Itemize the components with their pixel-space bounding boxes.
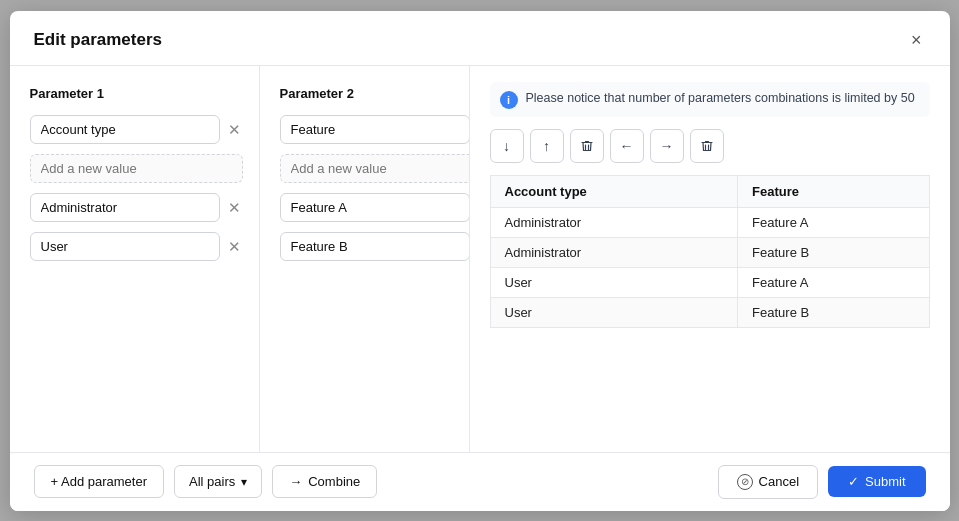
param2-name-row: ✕: [280, 115, 470, 144]
footer-left: + Add parameter All pairs → Combine: [34, 465, 378, 498]
param1-name-row: ✕: [30, 115, 243, 144]
table-row: UserFeature A: [490, 267, 929, 297]
info-icon: i: [500, 91, 518, 109]
combine-arrow-icon: →: [289, 474, 302, 489]
preview-panel: i Please notice that number of parameter…: [470, 66, 950, 452]
table-cell-col2: Feature B: [738, 237, 929, 267]
move-right-button[interactable]: →: [650, 129, 684, 163]
cancel-label: Cancel: [759, 474, 799, 489]
param1-value2-remove-button[interactable]: ✕: [226, 237, 243, 256]
all-pairs-label: All pairs: [189, 474, 235, 489]
table-cell-col2: Feature A: [738, 267, 929, 297]
cancel-button[interactable]: ⊘ Cancel: [718, 465, 818, 499]
modal-footer: + Add parameter All pairs → Combine ⊘ Ca…: [10, 452, 950, 511]
param1-remove-button[interactable]: ✕: [226, 120, 243, 139]
params-panel: Parameter 1 ✕ ✕ ✕: [10, 66, 470, 452]
table-row: UserFeature B: [490, 297, 929, 327]
table-cell-col1: Administrator: [490, 207, 738, 237]
combine-button[interactable]: → Combine: [272, 465, 377, 498]
table-col2-header: Feature: [738, 175, 929, 207]
param1-value1-row: ✕: [30, 193, 243, 222]
table-cell-col1: User: [490, 267, 738, 297]
move-down-button[interactable]: ↓: [490, 129, 524, 163]
modal-title: Edit parameters: [34, 30, 163, 50]
submit-label: Submit: [865, 474, 905, 489]
table-cell-col1: Administrator: [490, 237, 738, 267]
footer-right: ⊘ Cancel ✓ Submit: [718, 465, 926, 499]
param1-add-value-input[interactable]: [30, 154, 243, 183]
param2-value1-row: ✕: [280, 193, 470, 222]
cancel-icon: ⊘: [737, 474, 753, 490]
param1-column: Parameter 1 ✕ ✕ ✕: [10, 66, 260, 452]
submit-button[interactable]: ✓ Submit: [828, 466, 925, 497]
modal-overlay: Edit parameters × Parameter 1 ✕ ✕: [0, 0, 959, 521]
modal-header: Edit parameters ×: [10, 11, 950, 66]
param2-add-value-input[interactable]: [280, 154, 470, 183]
submit-check-icon: ✓: [848, 474, 859, 489]
chevron-down-icon: [241, 474, 247, 489]
param2-value2-row: ✕: [280, 232, 470, 261]
move-up-button[interactable]: ↑: [530, 129, 564, 163]
param2-column: Parameter 2 ✕ ✕ ✕: [260, 66, 470, 452]
param1-value1-remove-button[interactable]: ✕: [226, 198, 243, 217]
param1-value2-row: ✕: [30, 232, 243, 261]
info-message: Please notice that number of parameters …: [526, 90, 915, 108]
param1-value2-input[interactable]: [30, 232, 220, 261]
table-col1-header: Account type: [490, 175, 738, 207]
add-parameter-button[interactable]: + Add parameter: [34, 465, 164, 498]
table-row: AdministratorFeature A: [490, 207, 929, 237]
move-left-button[interactable]: ←: [610, 129, 644, 163]
param2-name-input[interactable]: [280, 115, 470, 144]
param2-value1-input[interactable]: [280, 193, 470, 222]
preview-table: Account type Feature AdministratorFeatur…: [490, 175, 930, 328]
table-row: AdministratorFeature B: [490, 237, 929, 267]
all-pairs-button[interactable]: All pairs: [174, 465, 262, 498]
param1-label: Parameter 1: [30, 86, 243, 101]
table-cell-col2: Feature A: [738, 207, 929, 237]
param2-label: Parameter 2: [280, 86, 470, 101]
close-button[interactable]: ×: [907, 29, 926, 51]
table-cell-col2: Feature B: [738, 297, 929, 327]
param2-value2-input[interactable]: [280, 232, 470, 261]
edit-parameters-modal: Edit parameters × Parameter 1 ✕ ✕: [10, 11, 950, 511]
table-toolbar: ↓ ↑ ← →: [490, 129, 930, 163]
delete-col-button[interactable]: [690, 129, 724, 163]
param1-name-input[interactable]: [30, 115, 220, 144]
modal-body: Parameter 1 ✕ ✕ ✕: [10, 66, 950, 452]
info-bar: i Please notice that number of parameter…: [490, 82, 930, 117]
delete-row-button[interactable]: [570, 129, 604, 163]
param1-value1-input[interactable]: [30, 193, 220, 222]
combine-label: Combine: [308, 474, 360, 489]
add-parameter-label: + Add parameter: [51, 474, 147, 489]
table-cell-col1: User: [490, 297, 738, 327]
